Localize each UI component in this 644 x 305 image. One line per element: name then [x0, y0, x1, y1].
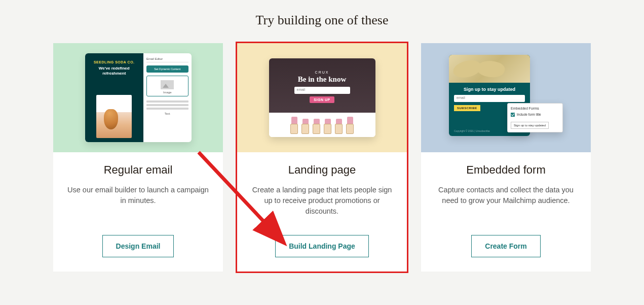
card-title: Landing page — [251, 163, 393, 177]
product-bottle — [346, 117, 354, 134]
email-brand: SEEDLING SODA CO. — [94, 60, 135, 64]
illustration-email: SEEDLING SODA CO. We've redefined refres… — [53, 43, 223, 152]
text-block-label: Text — [146, 112, 188, 115]
product-bottle — [335, 119, 343, 134]
email-photo — [96, 95, 132, 138]
form-popup-option: Include form title — [511, 113, 559, 117]
card-content: Embedded form Capture contacts and colle… — [421, 152, 591, 272]
email-editor-mockup: SEEDLING SODA CO. We've redefined refres… — [85, 53, 192, 142]
cards-row: SEEDLING SODA CO. We've redefined refres… — [0, 43, 644, 272]
landing-hero: CRUX Be in the know email SIGN UP — [269, 58, 375, 113]
email-sidebar: Email Editor Set Dynamic Content Image T… — [143, 53, 192, 142]
form-popup-title: Embedded Forms — [511, 107, 559, 110]
product-bottle — [324, 119, 332, 134]
form-heading: Sign up to stay updated — [464, 87, 515, 92]
checkbox-icon — [511, 113, 515, 117]
landing-products — [269, 113, 375, 137]
page-title: Try building one of these — [0, 0, 644, 43]
form-settings-popup: Embedded Forms Include form title Sign u… — [507, 103, 563, 132]
card-description: Capture contacts and collect the data yo… — [435, 185, 577, 206]
email-tagline: We've redefined refreshment — [89, 66, 140, 76]
landing-email-input: email — [294, 87, 350, 94]
image-block: Image — [146, 76, 188, 96]
landing-heading: Be in the know — [298, 75, 346, 84]
card-description: Use our email builder to launch a campai… — [67, 185, 209, 206]
form-subscribe-button: SUBSCRIBE — [454, 105, 480, 111]
set-dynamic-content-button: Set Dynamic Content — [146, 65, 188, 73]
card-regular-email: SEEDLING SODA CO. We've redefined refres… — [53, 43, 223, 272]
email-preview-pane: SEEDLING SODA CO. We've redefined refres… — [85, 53, 144, 142]
form-footer: Copyright © 2021 | Unsubscribe — [454, 128, 490, 134]
form-email-input: email — [454, 95, 525, 102]
card-content: Landing page Create a landing page that … — [237, 152, 407, 272]
product-bottle — [313, 119, 321, 134]
product-bottle — [301, 119, 310, 134]
card-description: Create a landing page that lets people s… — [251, 185, 393, 217]
card-embedded-form: Sign up to stay updated email SUBSCRIBE … — [421, 43, 591, 272]
card-landing-page: CRUX Be in the know email SIGN UP Landin… — [237, 43, 407, 272]
image-block-label: Image — [163, 91, 172, 94]
illustration-landing: CRUX Be in the know email SIGN UP — [237, 43, 407, 152]
form-photo — [449, 55, 530, 83]
embedded-form-mockup: Sign up to stay updated email SUBSCRIBE … — [449, 55, 563, 141]
text-block: Text — [146, 100, 188, 115]
image-placeholder-icon — [161, 80, 174, 89]
illustration-form: Sign up to stay updated email SUBSCRIBE … — [421, 43, 591, 152]
landing-brand: CRUX — [315, 71, 329, 74]
build-landing-page-button[interactable]: Build Landing Page — [275, 235, 369, 257]
email-editor-label: Email Editor — [146, 56, 188, 62]
landing-signup-button: SIGN UP — [310, 96, 334, 103]
card-title: Regular email — [67, 163, 209, 177]
design-email-button[interactable]: Design Email — [102, 235, 174, 257]
product-bottle — [290, 117, 298, 134]
landing-page-mockup: CRUX Be in the know email SIGN UP — [269, 58, 375, 137]
form-popup-button: Sign up to stay updated — [511, 122, 549, 129]
form-popup-option-label: Include form title — [517, 113, 541, 116]
create-form-button[interactable]: Create Form — [471, 235, 540, 257]
card-title: Embedded form — [435, 163, 577, 177]
card-content: Regular email Use our email builder to l… — [53, 152, 223, 272]
